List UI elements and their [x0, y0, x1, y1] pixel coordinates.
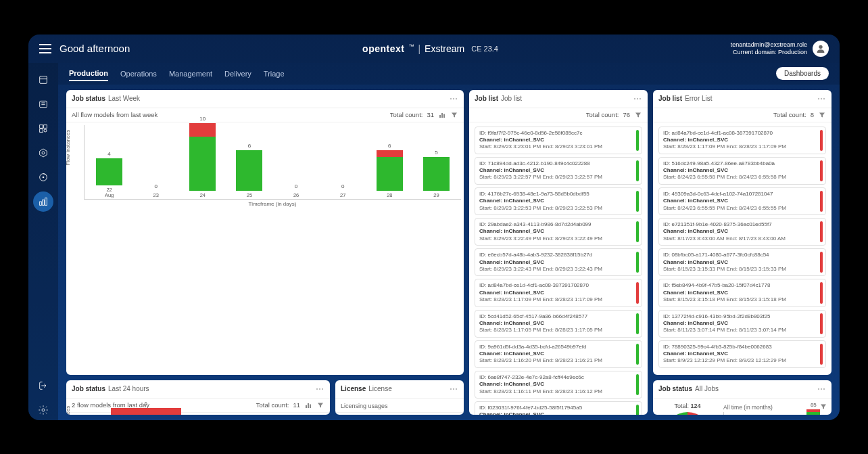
- nav-item-dashboard[interactable]: [33, 191, 53, 212]
- job-item[interactable]: ID: f9faf7f2-975c-46e0-8d56-2e56f085cc7c…: [475, 127, 642, 154]
- job-channel: Channel: inChannel_SVC: [663, 320, 821, 327]
- job-item[interactable]: ID: 71c894dd-ad3c-4212-b190-849c4c022288…: [475, 157, 642, 185]
- job-id: ID: 71c894dd-ad3c-4212-b190-849c4c022288: [479, 160, 637, 167]
- job-item[interactable]: ID: 9a961d5f-dd3a-4d35-bcfd-a26549b97efd…: [475, 340, 642, 368]
- svg-rect-6: [40, 124, 43, 128]
- job-timestamps: Start: 8/29/23 3:22:43 PM End: 8/29/23 3…: [479, 266, 637, 273]
- card-menu-icon[interactable]: ⋯: [817, 94, 826, 104]
- card-title: Job status: [72, 95, 105, 102]
- job-channel: Channel: inChannel_SVC: [663, 198, 821, 204]
- nav-item-3[interactable]: [33, 118, 53, 139]
- y-axis-label: Flow instances: [66, 406, 71, 414]
- x-axis-label: Timeframe (in days): [84, 200, 461, 210]
- filter-icon[interactable]: [634, 111, 642, 119]
- card-menu-icon[interactable]: ⋯: [450, 94, 458, 104]
- avatar[interactable]: [813, 41, 829, 57]
- job-channel: Channel: inChannel_SVC: [663, 259, 821, 266]
- job-item[interactable]: ID: 516dc249-98a5-4327-86ee-a8783bb4ba0a…: [658, 157, 826, 185]
- job-item[interactable]: ID: e6ecb57d-a48b-4ab3-9232-382838f15b27…: [475, 248, 642, 276]
- job-item[interactable]: ID: 49309a3d-0c63-4dcf-a102-74a107281047…: [658, 187, 826, 215]
- bar-slot: 1024: [180, 116, 224, 198]
- card-subtitle: All Jobs: [695, 385, 719, 392]
- svg-rect-14: [40, 202, 42, 205]
- main-area: Production Operations Management Deliver…: [58, 63, 840, 420]
- job-channel: Channel: inChannel_SVC: [479, 167, 637, 174]
- card-menu-icon[interactable]: ⋯: [450, 384, 458, 394]
- body-row: Production Operations Management Deliver…: [28, 63, 840, 420]
- tab-delivery[interactable]: Delivery: [224, 67, 251, 81]
- nav-item-logout[interactable]: [33, 376, 53, 396]
- job-id: ID: ad84a7bd-ce1d-4cf1-ac08-387391702870: [663, 130, 821, 137]
- bar-value: 0: [154, 183, 157, 189]
- nav-item-1[interactable]: [33, 70, 53, 90]
- job-item[interactable]: ID: 29abdae2-a343-4113-b986-8d7d2d4ab099…: [475, 218, 642, 246]
- filter-icon[interactable]: [316, 401, 324, 409]
- job-item[interactable]: ID: 78890325-99c4-4fb3-825b-f84be0062683…: [658, 340, 826, 368]
- bar-slot: 026: [274, 183, 318, 198]
- job-channel: Channel: inChannel_SVC: [479, 198, 637, 204]
- dashboards-button[interactable]: Dashboards: [776, 67, 829, 80]
- job-list-body[interactable]: ID: f9faf7f2-975c-46e0-8d56-2e56f085cc7c…: [469, 122, 648, 415]
- svg-rect-19: [439, 115, 441, 118]
- user-icon: [815, 43, 826, 54]
- job-timestamps: Start: 8/28/23 1:17:05 PM End: 8/28/23 1…: [479, 327, 637, 334]
- nav-item-settings[interactable]: [33, 400, 53, 420]
- job-timestamps: Start: 8/15/23 3:15:18 PM End: 8/15/23 3…: [663, 296, 821, 303]
- tab-operations[interactable]: Operations: [120, 67, 157, 81]
- brand-block: opentext ™ | Exstream CE 23.4: [362, 43, 498, 54]
- job-item[interactable]: ID: f023031f-976f-4fe7-bd25-58f5f17945a5…: [475, 401, 642, 414]
- job-item[interactable]: ID: 13772f4d-c916-43bb-95bd-2f2d8b803f25…: [658, 310, 826, 338]
- job-id: ID: 9a961d5f-dd3a-4d35-bcfd-a26549b97efd: [479, 344, 637, 350]
- svg-point-11: [42, 152, 45, 154]
- job-timestamps: Start: 8/29/23 3:22:57 PM End: 8/29/23 3…: [479, 174, 637, 181]
- job-item[interactable]: ID: ad84a7bd-ce1d-4cf1-ac08-387391702870…: [658, 127, 826, 154]
- nav-item-2[interactable]: [33, 94, 53, 114]
- bar-chart-icon[interactable]: [438, 111, 446, 119]
- tab-production[interactable]: Production: [69, 66, 108, 81]
- card-subtitle: Last 24 hours: [108, 385, 149, 392]
- user-domain: Current domain: Production: [731, 49, 807, 56]
- job-timestamps: Start: 8/29/23 3:23:01 PM End: 8/29/23 3…: [479, 143, 637, 150]
- bar-slot: 628: [368, 143, 412, 198]
- job-item[interactable]: ID: 6ae8f747-232e-4e7c-92a8-fcff44e9ec6c…: [475, 371, 642, 399]
- bar-value: 85: [811, 402, 817, 408]
- status-indicator: [820, 282, 823, 303]
- filter-icon[interactable]: [450, 111, 458, 119]
- job-item[interactable]: ID: 08bfbc05-a171-4080-a677-3fc0cfc88c54…: [658, 248, 826, 276]
- status-indicator: [636, 221, 639, 242]
- filter-icon[interactable]: [818, 111, 826, 119]
- card-menu-icon[interactable]: ⋯: [633, 94, 642, 104]
- job-channel: Channel: inChannel_SVC: [479, 350, 637, 357]
- svg-point-13: [43, 176, 45, 178]
- job-timestamps: Start: 8/24/23 6:55:55 PM End: 8/24/23 6…: [663, 205, 821, 212]
- job-item[interactable]: ID: ad84a7bd-ce1d-4cf1-ac08-387391702870…: [475, 279, 642, 307]
- card-menu-icon[interactable]: ⋯: [316, 384, 324, 394]
- job-item[interactable]: ID: f5eb8494-4b9f-47b5-ba20-15f07d4c1778…: [658, 279, 826, 307]
- nav-item-5[interactable]: [33, 167, 53, 187]
- job-item[interactable]: ID: 5cd41d52-65cf-4517-9a86-b66d4f248577…: [475, 310, 642, 338]
- user-email: tenantadmin@exstream.role: [731, 41, 807, 49]
- bar-chart-icon[interactable]: [304, 401, 312, 409]
- card-menu-icon[interactable]: ⋯: [817, 384, 826, 394]
- total-value: 11: [293, 401, 300, 409]
- job-channel: Channel: inChannel_SVC: [663, 290, 821, 296]
- bar-category: 29: [433, 193, 439, 198]
- error-list-body[interactable]: ID: ad84a7bd-ce1d-4cf1-ac08-387391702870…: [653, 122, 831, 375]
- job-channel: Channel: inChannel_SVC: [479, 228, 637, 235]
- bar-value: 6: [145, 401, 147, 407]
- tab-management[interactable]: Management: [169, 67, 212, 81]
- tab-triage[interactable]: Triage: [264, 67, 285, 81]
- card-title: Job list: [658, 95, 682, 102]
- nav-item-4[interactable]: [33, 143, 53, 163]
- job-item[interactable]: ID: 4176b27c-6538-48e1-9a73-58d5b0dbdf55…: [475, 187, 642, 215]
- job-item[interactable]: ID: e721351f-9b1e-4020-8375-36ac01ed55f7…: [658, 218, 826, 246]
- total-label: Total count:: [256, 401, 289, 409]
- bar-slot: 628Aug: [87, 401, 205, 414]
- menu-toggle-icon[interactable]: [39, 44, 51, 53]
- job-timestamps: Start: 8/28/23 1:17:09 PM End: 8/28/23 1…: [479, 296, 637, 303]
- bar-stack: [236, 150, 262, 191]
- status-indicator: [636, 130, 639, 151]
- brand-divider: |: [418, 43, 420, 54]
- job-channel: Channel: inChannel_SVC: [479, 137, 637, 143]
- bar-stack: [377, 150, 403, 191]
